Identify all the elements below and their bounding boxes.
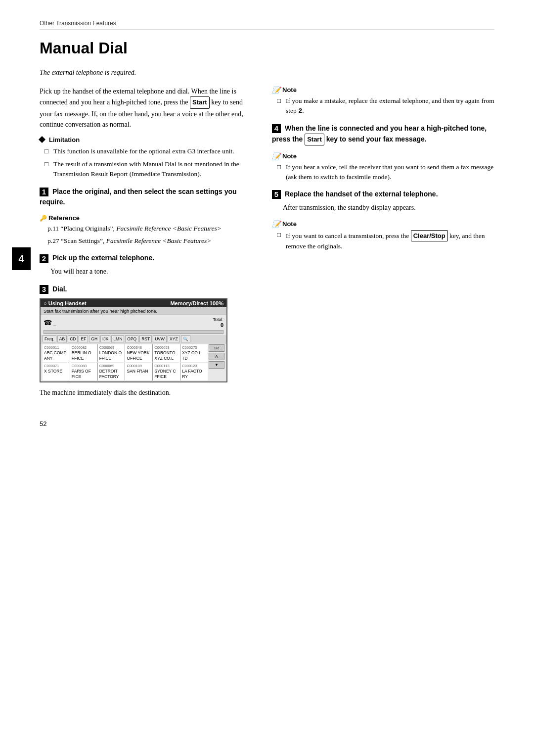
step5-heading: 5 Replace the handset of the external te… <box>272 189 494 199</box>
note1-item-1: If you make a mistake, replace the exter… <box>277 96 494 117</box>
contact-newyork[interactable]: C000348NEW YORK OFFICE <box>125 344 152 362</box>
fax-titlebar: ○ Using Handset Memory/Direct 100% <box>41 299 226 307</box>
tab-opq[interactable]: OPQ <box>125 335 138 342</box>
step4-block: 4 When the line is connected and you hea… <box>272 123 494 145</box>
note1-list: If you make a mistake, replace the exter… <box>272 96 494 117</box>
note3-block: 📝 Note If you want to cancel a transmiss… <box>272 220 494 252</box>
note-icon-3: 📝 <box>272 220 280 228</box>
step5-text: Replace the handset of the external tele… <box>285 190 438 198</box>
reference-label: Reference <box>40 214 252 222</box>
page-subtitle: The external telephone is required. <box>40 67 494 78</box>
right-column: 📝 Note If you make a mistake, replace th… <box>272 86 494 259</box>
intro-paragraph: Pick up the handset of the external tele… <box>40 86 252 130</box>
fax-grid-main: C000011ABC COMP ANY C000082BERLIN O FFIC… <box>43 344 208 380</box>
top-label: Other Transmission Features <box>40 20 494 27</box>
fax-alphabet-row: Freq. AB CD EF GH IJK LMN OPQ RST UVW XY… <box>41 335 226 343</box>
tab-search[interactable]: 🔍 <box>181 335 190 342</box>
tab-xyz[interactable]: XYZ <box>168 335 180 342</box>
note3-item-1: If you want to cancel a transmission, pr… <box>277 230 494 252</box>
fax-total-area: Total: 0 <box>213 317 223 328</box>
contact-toronto[interactable]: C000053TORONTO XYZ CO.L <box>153 344 180 362</box>
contact-paris[interactable]: C000083PARIS OF FICE <box>70 363 97 380</box>
reference-content: p.11 “Placing Originals”, Facsimile Refe… <box>40 224 252 246</box>
fax-side-buttons: 1/2 A ▼ <box>209 344 224 380</box>
fax-subtitle: Start fax transmission after you hear hi… <box>41 307 226 315</box>
tab-ab[interactable]: AB <box>57 335 67 342</box>
limitation-item-1: This function is unavailable for the opt… <box>44 146 252 156</box>
page-title: Manual Dial <box>40 39 494 57</box>
step3-text: Dial. <box>52 285 67 293</box>
fax-display-row: ☎ _ Total: 0 <box>41 315 226 329</box>
step4-heading: 4 When the line is connected and you hea… <box>272 123 494 145</box>
fax-contacts-row1: C000011ABC COMP ANY C000082BERLIN O FFIC… <box>43 344 208 362</box>
note3-list: If you want to cancel a transmission, pr… <box>272 230 494 252</box>
contact-lafacto[interactable]: C000123LA FACTO RY <box>180 363 208 380</box>
clearstop-key: Clear/Stop <box>411 230 448 242</box>
contact-london[interactable]: C000069LONDON O FFICE <box>98 344 125 362</box>
note2-list: If you hear a voice, tell the receiver t… <box>272 162 494 183</box>
step4-num: 4 <box>272 124 281 133</box>
step3-heading: 3 Dial. <box>40 284 252 294</box>
fax-cursor: _ <box>53 321 56 326</box>
fax-up-btn[interactable]: A <box>209 353 224 360</box>
fax-grid-wrapper: C000011ABC COMP ANY C000082BERLIN O FFIC… <box>41 343 226 381</box>
fax-down-btn[interactable]: ▼ <box>209 361 224 369</box>
step3-num: 3 <box>40 285 48 294</box>
note1-label: 📝 Note <box>272 86 494 94</box>
step4-text: When the line is connected and you hear … <box>272 124 487 143</box>
note3-label: 📝 Note <box>272 220 494 228</box>
fax-title-right: Memory/Direct 100% <box>170 300 223 306</box>
reference-entry-1: p.11 “Placing Originals”, Facsimile Refe… <box>47 224 252 234</box>
contact-sanfran[interactable]: C000109SAN FRAN <box>125 363 152 380</box>
contact-abc-comp[interactable]: C000011ABC COMP ANY <box>43 344 70 362</box>
tab-ijk[interactable]: IJK <box>100 335 110 342</box>
tab-lmn[interactable]: LMN <box>111 335 124 342</box>
step1-heading: 1 Place the original, and then select th… <box>40 187 252 207</box>
fax-phone-icon: ☎ <box>44 319 52 327</box>
tab-freq[interactable]: Freq. <box>43 335 56 342</box>
diamond-icon <box>39 136 45 143</box>
step3-block: 3 Dial. ○ Using Handset Memory/Direct 10… <box>40 284 252 398</box>
step2-num: 2 <box>40 254 48 263</box>
note2-item-1: If you hear a voice, tell the receiver t… <box>277 162 494 183</box>
reference-entry-2: p.27 “Scan Settings”, Facsimile Referenc… <box>47 236 252 246</box>
step2-heading: 2 Pick up the external telephone. <box>40 253 252 263</box>
tab-rst[interactable]: RST <box>139 335 152 342</box>
contact-berlin[interactable]: C000082BERLIN O FFICE <box>70 344 97 362</box>
chapter-tab: 4 <box>12 247 31 270</box>
fax-phone-area: ☎ _ <box>44 319 56 327</box>
contact-xyz[interactable]: C000275XYZ CO.L TD <box>180 344 208 362</box>
tab-gh[interactable]: GH <box>89 335 99 342</box>
tab-uvw[interactable]: UVW <box>153 335 167 342</box>
machine-text: The machine immediately dials the destin… <box>40 387 252 398</box>
step1-text: Place the original, and then select the … <box>40 188 237 206</box>
page-number: 52 <box>40 420 494 427</box>
tab-ef[interactable]: EF <box>79 335 88 342</box>
note2-label: 📝 Note <box>272 152 494 160</box>
contact-sydney[interactable]: C000113SYDNEY C FFICE <box>153 363 180 380</box>
note1-block: 📝 Note If you make a mistake, replace th… <box>272 86 494 117</box>
fax-total-value: 0 <box>213 322 223 328</box>
fax-screen-mockup: ○ Using Handset Memory/Direct 100% Start… <box>40 298 227 382</box>
limitation-item-2: The result of a transmission with Manual… <box>44 159 252 180</box>
step1-num: 1 <box>40 188 48 196</box>
contact-detroit[interactable]: C000069DETROIT FACTORY <box>98 363 125 380</box>
contact-xstore[interactable]: C000071X STORE <box>43 363 70 380</box>
note2-block: 📝 Note If you hear a voice, tell the rec… <box>272 152 494 183</box>
fax-title: ○ Using Handset <box>44 300 87 306</box>
start-key-step4: Start <box>305 134 324 145</box>
note-icon-1: 📝 <box>272 86 280 94</box>
page-indicator: 1/2 <box>209 344 224 352</box>
start-key-inline: Start <box>190 96 210 108</box>
step5-note: After transmission, the standby display … <box>272 202 494 213</box>
tab-cd[interactable]: CD <box>68 335 78 342</box>
step2-block: 2 Pick up the external telephone. You wi… <box>40 253 252 277</box>
step5-num: 5 <box>272 190 281 199</box>
step1-block: 1 Place the original, and then select th… <box>40 187 252 207</box>
limitation-block: Limitation This function is unavailable … <box>40 136 252 180</box>
step5-block: 5 Replace the handset of the external te… <box>272 189 494 213</box>
step2-text: Pick up the external telephone. <box>52 254 154 262</box>
limitation-label: Limitation <box>40 136 252 143</box>
step2-note: You will hear a tone. <box>40 266 252 277</box>
fax-progress-bar <box>44 330 223 334</box>
